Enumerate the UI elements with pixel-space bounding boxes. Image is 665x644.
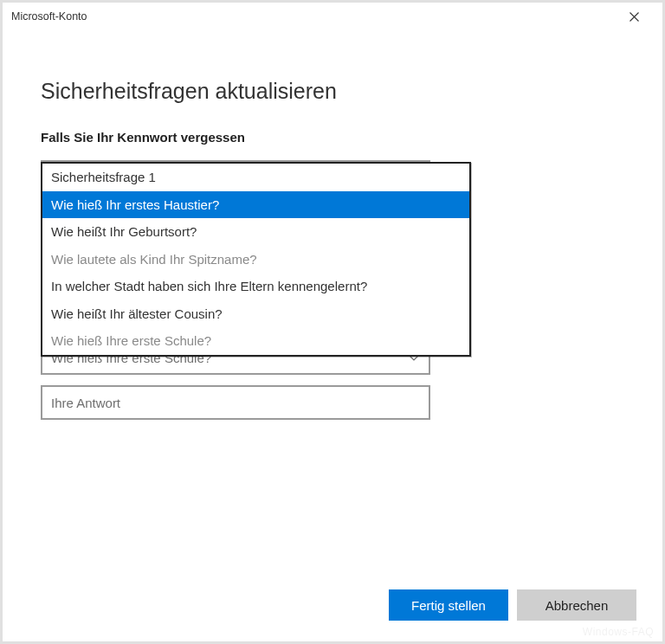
- dropdown-option-cousin[interactable]: Wie heißt Ihr ältester Cousin?: [42, 300, 469, 328]
- window-title: Microsoft-Konto: [11, 10, 87, 23]
- dropdown-option-label: Wie hieß Ihre erste Schule?: [51, 333, 211, 348]
- dropdown-option-label: Wie lautete als Kind Ihr Spitzname?: [51, 252, 257, 267]
- dropdown-option-pet[interactable]: Wie hieß Ihr erstes Haustier?: [42, 191, 469, 219]
- button-row: Fertig stellen Abbrechen: [389, 589, 636, 621]
- close-button[interactable]: [615, 3, 654, 29]
- close-icon: [629, 12, 639, 22]
- titlebar: Microsoft-Konto: [3, 3, 662, 30]
- dropdown-option-school[interactable]: Wie hieß Ihre erste Schule?: [42, 327, 469, 355]
- answer-3-input[interactable]: Ihre Antwort: [41, 385, 430, 420]
- cancel-button[interactable]: Abbrechen: [517, 589, 636, 621]
- intro-text: Falls Sie Ihr Kennwort vergessen: [41, 130, 624, 145]
- dropdown-option-nickname[interactable]: Wie lautete als Kind Ihr Spitzname?: [42, 246, 469, 274]
- finish-button[interactable]: Fertig stellen: [389, 589, 508, 621]
- dropdown-option-label: Wie heißt Ihr Geburtsort?: [51, 224, 197, 239]
- dropdown-option-placeholder[interactable]: Sicherheitsfrage 1: [42, 164, 469, 191]
- security-question-1-dropdown[interactable]: Sicherheitsfrage 1 Wie hieß Ihr erstes H…: [41, 162, 471, 357]
- dropdown-option-birthplace[interactable]: Wie heißt Ihr Geburtsort?: [42, 218, 469, 246]
- dropdown-option-label: Sicherheitsfrage 1: [51, 170, 156, 184]
- dialog-window: Microsoft-Konto Sicherheitsfragen aktual…: [0, 0, 665, 644]
- page-title: Sicherheitsfragen aktualisieren: [41, 79, 624, 104]
- dropdown-option-label: Wie hieß Ihr erstes Haustier?: [51, 197, 219, 212]
- dropdown-option-label: Wie heißt Ihr ältester Cousin?: [51, 306, 223, 321]
- answer-3-placeholder: Ihre Antwort: [51, 396, 120, 410]
- content-area: Sicherheitsfragen aktualisieren Falls Si…: [3, 30, 662, 641]
- dropdown-option-label: In welcher Stadt haben sich Ihre Eltern …: [51, 279, 367, 293]
- dropdown-option-parents-city[interactable]: In welcher Stadt haben sich Ihre Eltern …: [42, 273, 469, 300]
